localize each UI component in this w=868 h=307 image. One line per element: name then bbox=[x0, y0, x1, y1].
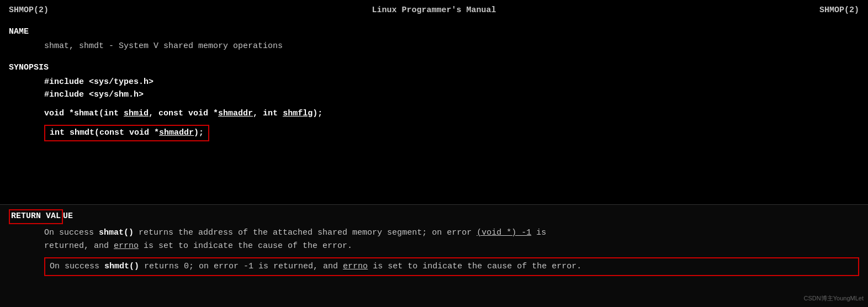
include2: #include <sys/shm.h> bbox=[44, 89, 859, 102]
return-value-label-normal: UE bbox=[63, 210, 73, 223]
header-right: SHMOP(2) bbox=[819, 4, 859, 17]
name-label: NAME bbox=[9, 26, 859, 39]
header-center: Linux Programmer's Manual bbox=[372, 4, 496, 17]
header-left: SHMOP(2) bbox=[9, 4, 49, 17]
func1-line: void *shmat(int shmid, const void *shmad… bbox=[44, 108, 859, 120]
return-line1: On success shmat() returns the address o… bbox=[44, 226, 859, 240]
return-line2: returned, and errno is set to indicate t… bbox=[44, 240, 859, 253]
page-header: SHMOP(2) Linux Programmer's Manual SHMOP… bbox=[9, 4, 859, 17]
include1: #include <sys/types.h> bbox=[44, 76, 859, 89]
name-section: NAME shmat, shmdt - System V shared memo… bbox=[9, 26, 859, 53]
name-description: shmat, shmdt - System V shared memory op… bbox=[44, 40, 859, 53]
func2-highlight-box: int shmdt(const void *shmaddr); bbox=[44, 125, 209, 142]
return-value-label-highlighted: RETURN VAL bbox=[9, 209, 63, 224]
synopsis-section: SYNOPSIS #include <sys/types.h> #include… bbox=[9, 62, 859, 142]
return-line3: On success shmdt() returns 0; on error -… bbox=[50, 262, 581, 271]
bottom-section: RETURN VALUE On success shmat() returns … bbox=[0, 204, 868, 307]
return-value-header: RETURN VALUE bbox=[9, 209, 859, 224]
return-line3-box: On success shmdt() returns 0; on error -… bbox=[44, 257, 859, 277]
return-text1: On success shmat() returns the address o… bbox=[44, 228, 546, 237]
func1-prefix: void *shmat(int shmid, const void *shmad… bbox=[44, 109, 322, 118]
func2-line: int shmdt(const void *shmaddr); bbox=[50, 128, 204, 137]
top-section: SHMOP(2) Linux Programmer's Manual SHMOP… bbox=[0, 0, 868, 204]
main-page: SHMOP(2) Linux Programmer's Manual SHMOP… bbox=[0, 0, 868, 307]
return-text2: returned, and errno is set to indicate t… bbox=[44, 241, 352, 251]
watermark: CSDN博主YoungMLet bbox=[804, 294, 864, 303]
synopsis-label: SYNOPSIS bbox=[9, 62, 859, 75]
